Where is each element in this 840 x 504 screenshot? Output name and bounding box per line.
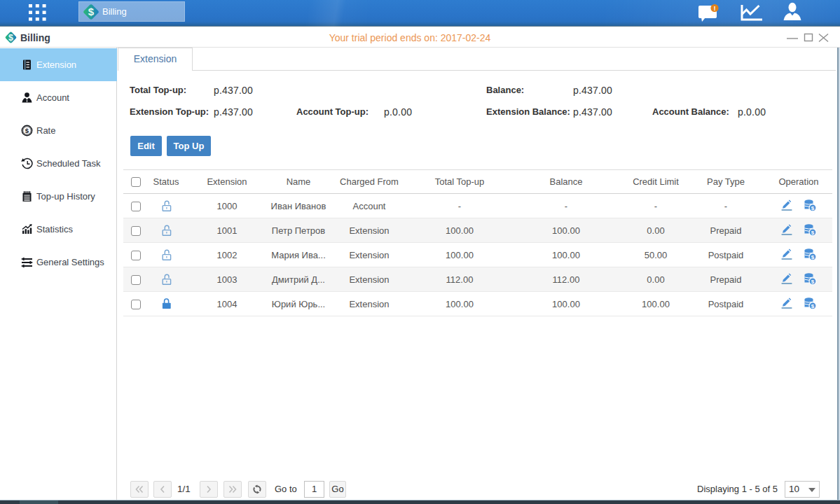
svg-text:$: $: [811, 229, 815, 235]
svg-text:!: !: [713, 4, 715, 12]
svg-text:$: $: [88, 6, 95, 18]
svg-text:$: $: [811, 253, 815, 260]
svg-text:$: $: [25, 127, 29, 134]
svg-text:$: $: [811, 204, 815, 211]
svg-text:$: $: [811, 302, 815, 309]
svg-text:$: $: [811, 278, 815, 284]
